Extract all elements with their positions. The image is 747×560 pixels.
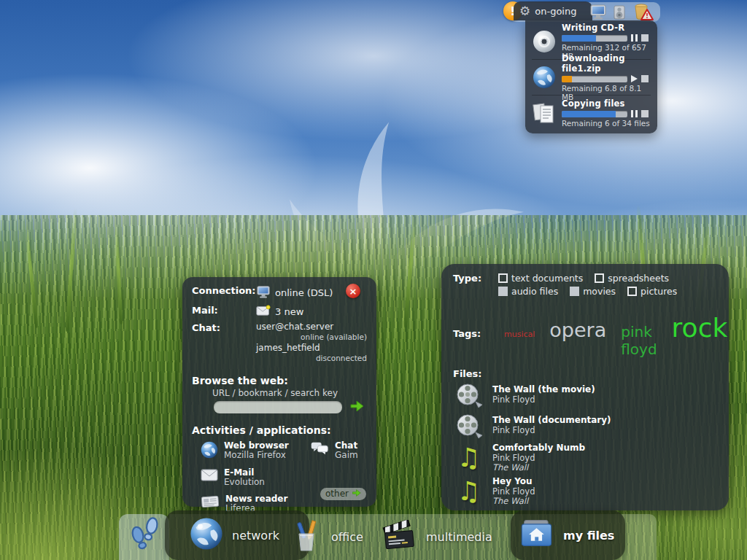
cd-icon — [532, 29, 557, 54]
envelope-icon — [201, 468, 218, 484]
task-title: Copying files — [562, 98, 651, 109]
taskbar-item-multimedia[interactable]: multimedia — [382, 514, 492, 560]
tag-musical[interactable]: musical — [504, 330, 535, 339]
taskbar-label: network — [232, 529, 279, 542]
filter-audio-files[interactable]: audio files — [498, 286, 558, 297]
display-icon — [256, 285, 271, 300]
checkbox — [570, 287, 579, 296]
checkbox — [627, 287, 637, 296]
task-title: Writing CD-R — [562, 23, 651, 33]
progress-bar — [562, 76, 627, 82]
folder-home-icon — [519, 518, 554, 553]
footprints-tile[interactable] — [119, 514, 169, 560]
app-item-web-browser[interactable]: Web browserMozilla Firefox — [201, 441, 310, 462]
tag-pink-floyd[interactable]: pink floyd — [621, 323, 657, 358]
music-note-icon: ♫ — [453, 480, 485, 503]
tab-on-going[interactable]: ⚙ on-going — [514, 1, 592, 20]
ongoing-panel: Writing CD-R Remaining 312 of 657 MB Dow… — [525, 20, 657, 133]
gear-icon: ⚙ — [519, 5, 530, 18]
connection-label: Connection: — [192, 285, 256, 296]
pause-button[interactable] — [631, 34, 638, 42]
mail-icon — [256, 305, 271, 318]
files-panel: Type: text documents spreadsheets audio … — [441, 264, 729, 510]
tag-opera[interactable]: opera — [549, 319, 606, 341]
go-arrow-icon[interactable] — [349, 400, 364, 415]
chat-bubbles-icon — [310, 441, 329, 459]
filter-text-documents[interactable]: text documents — [498, 273, 583, 284]
filter-movies[interactable]: movies — [570, 286, 616, 297]
chat-status: online (available) — [256, 332, 367, 341]
task-remaining: Remaining 6 of 34 files — [562, 119, 651, 128]
newspaper-icon — [201, 494, 220, 512]
copy-files-icon — [532, 101, 557, 125]
files-label: Files: — [453, 368, 717, 379]
mail-value: 3 new — [275, 306, 303, 317]
chat-label: Chat: — [192, 322, 256, 333]
clapperboard-icon — [382, 520, 417, 555]
film-reel-icon — [453, 413, 485, 439]
network-panel: × Connection: online (DSL) Mail: 3 new C… — [182, 277, 376, 507]
checkbox — [595, 273, 604, 283]
url-input[interactable] — [214, 401, 342, 413]
stop-button[interactable] — [641, 34, 649, 42]
taskbar-item-network[interactable]: network — [165, 510, 309, 560]
taskbar-label: multimedia — [426, 530, 492, 544]
desktop: ! ⚙ on-going ! Writing CD-R — [0, 0, 747, 560]
task-row: Copying files Remaining 6 of 34 files — [532, 95, 651, 131]
taskbar-label: office — [331, 530, 363, 544]
filter-spreadsheets[interactable]: spreadsheets — [595, 273, 669, 284]
taskbar-label: my files — [563, 529, 614, 542]
tab-on-going-label: on-going — [535, 6, 576, 17]
file-row[interactable]: The Wall (documentary)Pink Floyd — [453, 413, 717, 439]
globe-icon — [201, 441, 218, 462]
footprints-icon — [124, 516, 165, 559]
close-icon[interactable]: × — [346, 284, 360, 298]
tags-label: Tags: — [453, 328, 487, 339]
chat-user[interactable]: user@chat.server — [256, 322, 367, 332]
play-button[interactable] — [631, 75, 638, 82]
progress-bar — [562, 111, 627, 117]
filter-pictures[interactable]: pictures — [627, 286, 677, 297]
mail-label: Mail: — [192, 305, 256, 316]
task-row: Downloading file1.zip Remaining 6.8 of 8… — [532, 59, 651, 95]
globe-icon — [532, 66, 557, 89]
pencil-cup-icon — [290, 519, 322, 556]
film-reel-icon — [453, 382, 485, 408]
type-label: Type: — [453, 273, 487, 297]
globe-icon — [190, 517, 223, 553]
svg-text:!: ! — [646, 12, 649, 20]
app-item-email[interactable]: E-MailEvolution — [201, 468, 310, 488]
progress-bar — [562, 35, 627, 42]
stop-button[interactable] — [641, 75, 649, 82]
pause-button[interactable] — [631, 110, 638, 117]
taskbar-item-office[interactable]: office — [290, 514, 363, 560]
app-item-chat[interactable]: ChatGaim — [310, 441, 367, 462]
music-note-icon: ♫ — [453, 446, 485, 470]
file-row[interactable]: The Wall (the movie)Pink Floyd — [453, 382, 717, 408]
other-button[interactable]: other — [320, 488, 366, 500]
connection-value: online (DSL) — [275, 287, 333, 298]
checkbox — [498, 287, 508, 296]
browse-web-label: Browse the web: — [192, 375, 367, 386]
tag-rock[interactable]: rock — [672, 313, 728, 343]
activities-label: Activities / applications: — [192, 424, 367, 436]
file-row[interactable]: ♫ Comfortably NumbPink FloydThe Wall — [453, 443, 717, 472]
url-hint-label: URL / bookmark / search key — [212, 388, 367, 398]
file-row[interactable]: ♫ Hey YouPink FloydThe Wall — [453, 477, 717, 506]
chat-status: disconnected — [256, 354, 367, 362]
task-title: Downloading file1.zip — [562, 53, 651, 74]
checkbox — [498, 273, 508, 283]
chat-user[interactable]: james_hetfield — [256, 343, 367, 354]
arrow-right-icon — [352, 489, 361, 499]
stop-button[interactable] — [641, 110, 649, 117]
taskbar-item-my-files[interactable]: my files — [511, 510, 625, 560]
